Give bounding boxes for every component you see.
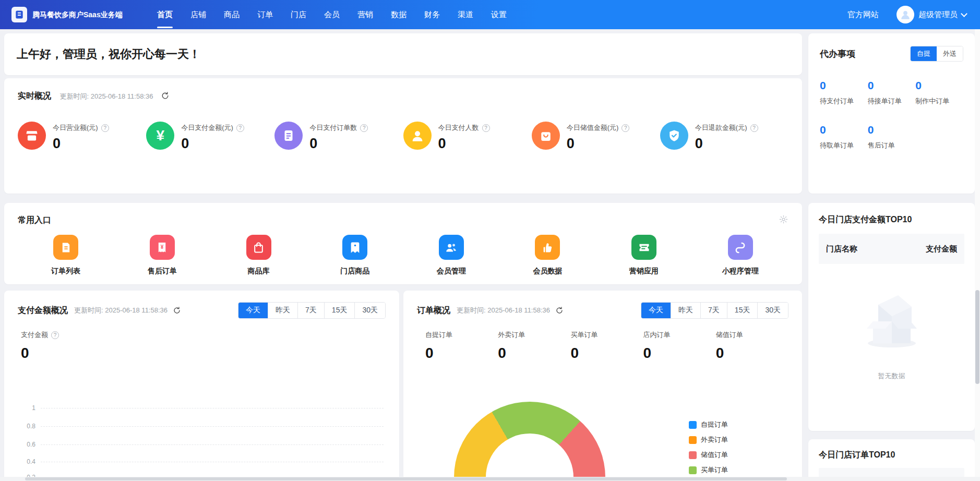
help-icon[interactable]: ?	[750, 124, 758, 132]
nav-item-finance[interactable]: 财务	[415, 0, 449, 29]
order-list-icon	[53, 235, 78, 260]
entry-marketing-apps[interactable]: 营销应用	[596, 235, 692, 276]
nav-item-goods[interactable]: 商品	[215, 0, 248, 29]
realtime-update-time: 更新时间: 2025-06-18 11:58:36	[59, 92, 153, 100]
tab-today[interactable]: 今天	[641, 303, 671, 318]
member-data-thumb-icon	[535, 235, 560, 260]
nav-item-data[interactable]: 数据	[382, 0, 415, 29]
help-icon[interactable]: ?	[51, 331, 59, 339]
todo-item-pending-pickup: 0 待取单订单	[820, 124, 868, 150]
entry-store-goods[interactable]: 门店商品	[307, 235, 403, 276]
metric-today-paid-orders: 今日支付订单数? 0	[274, 122, 403, 152]
vertical-scrollbar-thumb[interactable]	[975, 290, 979, 384]
tab-today[interactable]: 今天	[238, 303, 268, 318]
quick-entries-title: 常用入口	[18, 215, 51, 226]
refresh-icon[interactable]	[555, 306, 564, 315]
marketing-coupon-icon	[631, 235, 656, 260]
nav-item-members[interactable]: 会员	[315, 0, 349, 29]
yen-icon: ¥	[146, 122, 174, 150]
payment-amount-metric: 支付金额? 0	[21, 330, 386, 362]
todo-item-pending-payment: 0 待支付订单	[820, 79, 868, 106]
col-store-name: 门店名称	[826, 244, 857, 254]
miniprogram-icon	[728, 235, 753, 260]
metric-value: 0	[53, 136, 109, 152]
entry-order-list[interactable]: 订单列表	[18, 235, 114, 276]
tab-15days[interactable]: 15天	[727, 303, 758, 318]
tab-yesterday[interactable]: 昨天	[268, 303, 297, 318]
nav-item-settings[interactable]: 设置	[482, 0, 516, 29]
metric-today-payment-amount: ¥ 今日支付金额(元)? 0	[146, 122, 274, 152]
legend-swatch	[689, 466, 697, 474]
quick-entries-row: 订单列表 ¥ 售后订单 商品库 门店商品 会员管理	[18, 235, 788, 276]
order-overview-title: 订单概况	[417, 305, 450, 316]
payment-overview-title: 支付金额概况	[18, 305, 68, 316]
nav-item-marketing[interactable]: 营销	[349, 0, 382, 29]
nav-item-home[interactable]: 首页	[148, 0, 182, 29]
help-icon[interactable]: ?	[622, 124, 629, 132]
help-icon[interactable]: ?	[482, 124, 490, 132]
help-icon[interactable]: ?	[101, 124, 109, 132]
nav-item-channels[interactable]: 渠道	[449, 0, 482, 29]
entry-goods-library[interactable]: 商品库	[210, 235, 307, 276]
app-logo-icon	[11, 7, 27, 22]
entry-miniprogram-management[interactable]: 小程序管理	[692, 235, 788, 276]
realtime-metrics: 今日营业额(元)? 0 ¥ 今日支付金额(元)? 0 今日支付订单数? 0	[18, 122, 788, 152]
legend-storedvalue-orders[interactable]: 储值订单	[689, 450, 728, 460]
todo-item-in-production: 0 制作中订单	[915, 79, 963, 106]
tab-yesterday[interactable]: 昨天	[671, 303, 700, 318]
metric-value: 0	[695, 136, 758, 152]
entry-member-management[interactable]: 会员管理	[403, 235, 500, 276]
official-site-link[interactable]: 官方网站	[847, 10, 879, 20]
todo-tabs: 自提 外送	[910, 46, 963, 62]
empty-box-illustration	[857, 289, 926, 351]
refresh-icon[interactable]	[161, 91, 170, 100]
tab-delivery[interactable]: 外送	[937, 46, 963, 61]
nav-item-orders[interactable]: 订单	[248, 0, 282, 29]
realtime-header: 实时概况 更新时间: 2025-06-18 11:58:36	[18, 91, 788, 102]
top10-payment-table-header: 门店名称 支付金额	[819, 234, 964, 264]
legend-takeout-orders[interactable]: 外卖订单	[689, 435, 728, 444]
nav-item-stores[interactable]: 门店	[282, 0, 315, 29]
tab-7days[interactable]: 7天	[297, 303, 324, 318]
realtime-title: 实时概况	[18, 91, 51, 100]
order-chart-legend: 自提订单 外卖订单 储值订单 买单订单	[689, 420, 728, 475]
legend-paybill-orders[interactable]: 买单订单	[689, 465, 728, 475]
entry-member-data[interactable]: 会员数据	[499, 235, 596, 276]
payment-overview-card: 支付金额概况 更新时间: 2025-06-18 11:58:36 今天 昨天 7…	[4, 291, 399, 481]
metric-value: 0	[181, 136, 244, 152]
tab-30days[interactable]: 30天	[354, 303, 385, 318]
metric-value: 0	[309, 136, 368, 152]
entry-after-sale-orders[interactable]: ¥ 售后订单	[114, 235, 211, 276]
greeting-text: 上午好，管理员，祝你开心每一天！	[17, 46, 200, 62]
app-logo: 腾马餐饮多商户Saas业务端	[11, 7, 142, 22]
tab-30days[interactable]: 30天	[757, 303, 788, 318]
goods-bag-icon	[246, 235, 271, 260]
storefront-icon	[18, 122, 46, 150]
person-icon	[403, 122, 432, 150]
order-metrics-row: 自提订单 0 外卖订单 0 买单订单 0 店内订单 0 储值订单 0	[417, 330, 788, 362]
metric-today-paying-users: 今日支付人数? 0	[403, 122, 532, 152]
gear-icon[interactable]	[779, 214, 788, 226]
greeting-card: 上午好，管理员，祝你开心每一天！	[4, 33, 802, 75]
metric-storedvalue-orders: 储值订单 0	[716, 330, 788, 362]
tab-15days[interactable]: 15天	[324, 303, 355, 318]
help-icon[interactable]: ?	[236, 124, 244, 132]
todo-card: 代办事项 自提 外送 0 待支付订单 0 待接单订单 0 制作中订单 0 待取单…	[808, 33, 975, 194]
todo-item-after-sale: 0 售后订单	[868, 124, 916, 150]
user-menu[interactable]: 超级管理员	[897, 6, 966, 23]
store-goods-tag-icon	[342, 235, 367, 260]
quick-entries-card: 常用入口 订单列表 ¥ 售后订单 商品库 门店商品	[4, 203, 802, 284]
order-overview-card: 订单概况 更新时间: 2025-06-18 11:58:36 今天 昨天 7天 …	[403, 291, 802, 481]
tab-pickup[interactable]: 自提	[911, 46, 937, 61]
horizontal-scrollbar-thumb[interactable]	[25, 477, 787, 480]
avatar	[897, 6, 914, 23]
legend-pickup-orders[interactable]: 自提订单	[689, 420, 728, 429]
app-title: 腾马餐饮多商户Saas业务端	[32, 10, 126, 20]
help-icon[interactable]: ?	[360, 124, 368, 132]
tab-7days[interactable]: 7天	[700, 303, 727, 318]
user-name: 超级管理员	[918, 10, 958, 20]
nav-item-shop[interactable]: 店铺	[182, 0, 215, 29]
legend-swatch	[689, 421, 697, 429]
metric-today-revenue: 今日营业额(元)? 0	[18, 122, 146, 152]
refresh-icon[interactable]	[173, 306, 181, 315]
